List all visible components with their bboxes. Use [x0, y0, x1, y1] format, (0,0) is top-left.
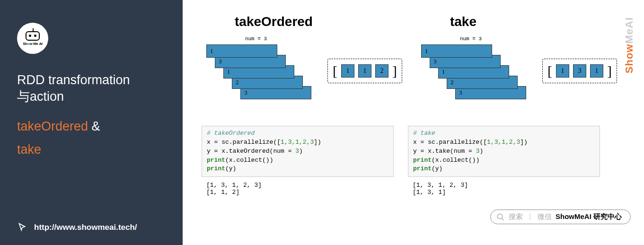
diagram-right: num = 3 1 3 1 2 3 [ 1 3 1 ]	[416, 36, 617, 109]
logo: Show Me AI	[17, 23, 48, 54]
bracket-icon: ]	[607, 63, 612, 79]
svg-point-0	[497, 214, 503, 219]
code-block-left: # takeOrdered x = sc.parallelize([1,3,1,…	[202, 126, 394, 196]
heading-takeordered: takeOrdered	[235, 14, 313, 29]
subtitle-2: take	[17, 142, 166, 157]
diagram-left: num = 3 1 3 1 2 3 [ 1 1 2 ]	[202, 36, 402, 109]
search-icon	[496, 213, 505, 221]
code-block-right: # take x = sc.parallelize([1,3,1,2,3]) y…	[408, 126, 600, 196]
partition-stack-right: 1 3 1 2 3	[421, 44, 525, 109]
result-cell: 3	[573, 64, 586, 78]
partition-stack-left: 1 3 1 2 3	[206, 44, 310, 109]
result-cell: 1	[590, 64, 603, 78]
result-cell: 1	[556, 64, 569, 78]
slide-title: RDD transformation与action	[17, 72, 166, 105]
search-account: ShowMeAI 研究中心	[556, 212, 622, 221]
result-cell: 1	[341, 64, 354, 78]
code-box: # takeOrdered x = sc.parallelize([1,3,1,…	[202, 126, 394, 177]
url-text[interactable]: http://www.showmeai.tech/	[34, 223, 137, 232]
robot-icon	[26, 31, 40, 41]
search-hint: 搜索	[509, 212, 523, 221]
num-label: num = 3	[202, 36, 310, 42]
output-text: [1, 3, 1, 2, 3] [1, 3, 1]	[408, 182, 600, 196]
partition-bar: 1	[206, 44, 277, 58]
logo-text: Show Me AI	[23, 42, 43, 46]
num-label: num = 3	[416, 36, 525, 42]
search-box[interactable]: 搜索 丨 微信 ShowMeAI 研究中心	[490, 210, 631, 224]
result-box-left: [ 1 1 2 ]	[327, 59, 402, 83]
main-content: takeOrdered take num = 3 1 3 1 2 3 [ 1 1…	[183, 0, 644, 245]
bracket-icon: [	[333, 63, 337, 79]
cursor-icon	[17, 222, 27, 233]
wechat-label: 微信	[538, 212, 552, 221]
result-box-right: [ 1 3 1 ]	[542, 59, 617, 83]
bracket-icon: [	[547, 63, 552, 79]
result-cell: 1	[358, 64, 371, 78]
svg-line-1	[502, 218, 504, 220]
output-text: [1, 3, 1, 2, 3] [1, 1, 2]	[202, 182, 394, 196]
code-box: # take x = sc.parallelize([1,3,1,2,3]) y…	[408, 126, 600, 177]
url-row: http://www.showmeai.tech/	[17, 222, 137, 233]
sidebar: Show Me AI RDD transformation与action tak…	[0, 0, 183, 245]
result-cell: 2	[375, 64, 388, 78]
subtitle-1: takeOrdered &	[17, 119, 166, 134]
heading-take: take	[450, 14, 476, 29]
bracket-icon: ]	[392, 63, 397, 79]
watermark: ShowMeAI	[623, 17, 635, 73]
partition-bar: 1	[421, 44, 492, 58]
